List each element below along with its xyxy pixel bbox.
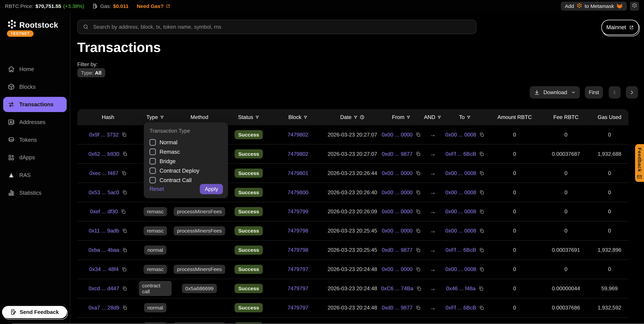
copy-icon[interactable] [122,132,127,137]
to-address-link[interactable]: 0xFf ... 6BcB [446,151,476,157]
copy-icon[interactable] [122,248,128,253]
block-link[interactable]: 7479802 [288,132,308,138]
tx-hash-link[interactable]: 0xef ... df30 [90,208,118,215]
copy-icon[interactable] [479,248,484,253]
sidebar-item-transactions[interactable]: Transactions [3,97,66,112]
filter-option-contract-call[interactable]: Contract Call [150,176,222,185]
sidebar-item-dapps[interactable]: dApps [3,150,66,165]
tx-hash-link[interactable]: 0xcd ... d447 [88,285,119,292]
copy-icon[interactable] [479,305,484,310]
tx-hash-link[interactable]: 0x34 ... 48f4 [89,266,119,272]
next-page-button[interactable] [626,86,638,98]
filter-option-remasc[interactable]: Remasc [150,147,222,156]
copy-icon[interactable] [122,286,128,291]
tx-hash-link[interactable]: 0x11 ... 9adb [88,228,119,234]
filter-option-normal[interactable]: Normal [150,138,222,147]
tx-hash-link[interactable]: 0x53 ... 5ac0 [88,189,119,196]
from-address-link[interactable]: 0xd0 ... 9877 [382,247,413,253]
block-link[interactable]: 7479798 [288,247,308,253]
copy-icon[interactable] [122,228,128,234]
tx-hash-link[interactable]: 0xa7 ... 28d9 [88,304,119,311]
column-header-status[interactable]: Status [227,109,270,125]
sidebar-item-blocks[interactable]: Blocks [3,79,66,94]
filter-icon[interactable] [255,115,259,119]
filter-icon[interactable] [437,115,441,119]
copy-icon[interactable] [416,132,421,137]
copy-icon[interactable] [478,286,484,291]
filter-icon[interactable] [160,115,164,119]
sidebar-item-ras[interactable]: RAS [3,168,66,183]
search-input[interactable] [92,23,471,30]
column-header-and[interactable]: AND [424,109,442,125]
copy-icon[interactable] [121,209,126,214]
brand-logo[interactable]: Rootstock [6,19,58,31]
add-to-metamask-button[interactable]: Add to Metamask [561,2,627,11]
copy-icon[interactable] [416,248,421,253]
from-address-link[interactable]: 0xC6 ... 74Ba [381,285,414,292]
download-button[interactable]: Download [530,86,580,98]
send-feedback-button[interactable]: Send Feedback [2,306,67,318]
prev-page-button[interactable] [609,86,621,98]
to-address-link[interactable]: 0x00 ... 0008 [445,266,476,272]
to-address-link[interactable]: 0x46 ... f48a [446,285,476,292]
filter-icon[interactable] [304,115,308,119]
checkbox[interactable] [150,158,156,164]
to-address-link[interactable]: 0x00 ... 0008 [445,189,476,196]
to-address-link[interactable]: 0x00 ... 0008 [445,208,476,215]
rsk-network-button[interactable] [630,2,639,11]
apply-button[interactable]: Apply [200,184,223,194]
from-address-link[interactable]: 0x00 ... 0000 [382,228,413,234]
feedback-tab[interactable]: Feedback [635,144,644,182]
copy-icon[interactable] [416,170,421,176]
column-header-to[interactable]: To [442,109,488,125]
column-header-block[interactable]: Block [270,109,326,125]
copy-icon[interactable] [122,305,128,310]
checkbox[interactable] [150,168,156,174]
block-link[interactable]: 7479797 [288,266,308,272]
checkbox[interactable] [150,177,156,184]
copy-icon[interactable] [122,266,127,272]
from-address-link[interactable]: 0x00 ... 0000 [382,208,413,215]
block-link[interactable]: 7479797 [288,304,308,311]
copy-icon[interactable] [479,170,484,176]
tx-hash-link[interactable]: 0x62 ... b930 [88,151,119,157]
block-link[interactable]: 7479802 [288,151,308,157]
column-header-from[interactable]: From [379,109,424,125]
copy-icon[interactable] [416,151,421,156]
filter-option-contract-deploy[interactable]: Contract Deploy [150,166,222,176]
need-gas-link[interactable]: Need Gas? [137,3,170,9]
sidebar-item-home[interactable]: Home [3,62,66,77]
copy-icon[interactable] [479,190,484,195]
block-link[interactable]: 7479798 [288,228,308,234]
to-address-link[interactable]: 0x00 ... 0008 [445,132,476,138]
filter-option-bridge[interactable]: Bridge [150,156,222,166]
from-address-link[interactable]: 0xd0 ... 9877 [382,151,413,157]
block-link[interactable]: 7479800 [288,189,308,196]
filter-icon[interactable] [354,115,358,119]
first-page-button[interactable]: First [585,86,603,98]
sidebar-item-statistics[interactable]: Statistics [3,185,66,200]
clock-icon[interactable] [360,115,364,120]
from-address-link[interactable]: 0xd0 ... 9877 [382,304,413,311]
copy-icon[interactable] [479,228,484,234]
horizontal-scrollbar[interactable] [12,323,644,324]
copy-icon[interactable] [416,209,421,214]
to-address-link[interactable]: 0x00 ... 0008 [445,170,476,176]
copy-icon[interactable] [479,209,484,214]
copy-icon[interactable] [479,266,484,272]
type-filter-chip[interactable]: Type: All [77,68,105,77]
from-address-link[interactable]: 0x00 ... 0000 [382,132,413,138]
copy-icon[interactable] [479,132,484,137]
copy-icon[interactable] [416,228,421,234]
block-link[interactable]: 7479801 [288,170,308,176]
filter-icon[interactable] [406,115,410,119]
copy-icon[interactable] [122,190,128,195]
from-address-link[interactable]: 0x00 ... 0000 [382,189,413,196]
copy-icon[interactable] [416,305,421,310]
to-address-link[interactable]: 0x00 ... 0008 [445,228,476,234]
tx-hash-link[interactable]: 0xba ... 4baa [88,247,119,253]
block-link[interactable]: 7479797 [288,285,308,292]
sidebar-item-addresses[interactable]: Addresses [3,114,66,130]
from-address-link[interactable]: 0x00 ... 0000 [382,266,413,272]
copy-icon[interactable] [416,286,422,291]
